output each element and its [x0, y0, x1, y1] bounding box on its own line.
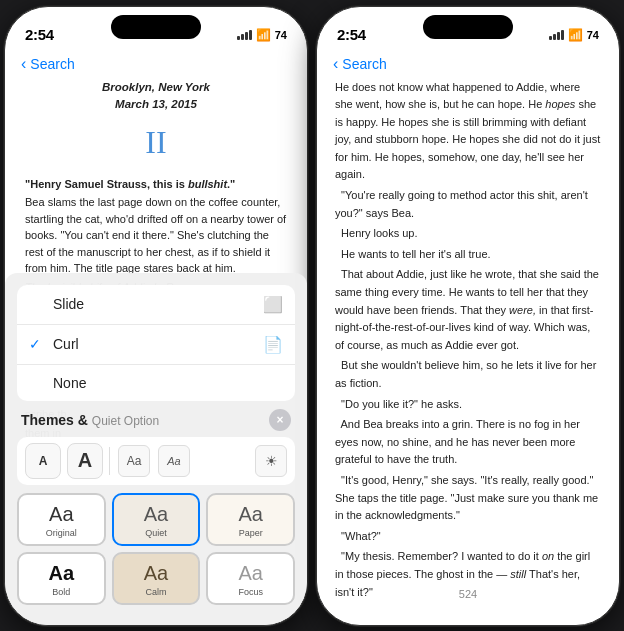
- back-label-right: Search: [342, 56, 386, 72]
- font-increase-button[interactable]: A: [67, 443, 103, 479]
- scroll-label-curl: Curl: [53, 336, 263, 352]
- close-button[interactable]: ×: [269, 409, 291, 431]
- scroll-icon-curl: 📄: [263, 335, 283, 354]
- font-name-button[interactable]: Aa: [118, 445, 150, 477]
- phone-left: 2:54 📶 74 ‹ Search Brooklyn, N: [4, 6, 308, 626]
- status-bar-right: 2:54 📶 74: [317, 7, 619, 51]
- phone-right: 2:54 📶 74 ‹ Search He does not know wha: [316, 6, 620, 626]
- theme-original[interactable]: Aa Original: [17, 493, 106, 546]
- theme-calm[interactable]: Aa Calm: [112, 552, 201, 605]
- back-button-right[interactable]: ‹ Search: [333, 55, 387, 73]
- chapter-number: II: [25, 118, 287, 168]
- theme-aa-original: Aa: [49, 503, 73, 526]
- bottom-panel: Slide ⬜ ✓ Curl 📄 None Themes & Quiet Opt…: [5, 273, 307, 625]
- theme-aa-calm: Aa: [144, 562, 168, 585]
- status-bar-left: 2:54 📶 74: [5, 7, 307, 51]
- font-controls-row: A A Aa Aa ☀: [17, 437, 295, 485]
- book-location: Brooklyn, New YorkMarch 13, 2015: [25, 79, 287, 115]
- wifi-icon-right: 📶: [568, 28, 583, 42]
- signal-icon: [237, 30, 252, 40]
- status-icons-right: 📶 74: [549, 28, 599, 42]
- theme-bold[interactable]: Aa Bold: [17, 552, 106, 605]
- font-style-icon: Aa: [167, 455, 180, 467]
- scroll-option-none[interactable]: None: [17, 365, 295, 401]
- scroll-label-none: None: [53, 375, 283, 391]
- time-left: 2:54: [25, 26, 54, 43]
- back-label-left: Search: [30, 56, 74, 72]
- scroll-option-slide[interactable]: Slide ⬜: [17, 285, 295, 325]
- theme-aa-paper: Aa: [238, 503, 262, 526]
- theme-paper[interactable]: Aa Paper: [206, 493, 295, 546]
- back-button-left[interactable]: ‹ Search: [21, 55, 75, 73]
- theme-name-paper: Paper: [239, 528, 263, 538]
- scroll-options-list: Slide ⬜ ✓ Curl 📄 None: [17, 285, 295, 401]
- themes-grid: Aa Original Aa Quiet Aa Paper Aa Bold Aa: [17, 493, 295, 605]
- theme-aa-quiet: Aa: [144, 503, 168, 526]
- nav-bar-right: ‹ Search: [317, 51, 619, 79]
- theme-focus[interactable]: Aa Focus: [206, 552, 295, 605]
- chevron-left-icon: ‹: [21, 55, 26, 73]
- check-none: [29, 375, 45, 391]
- theme-name-bold: Bold: [52, 587, 70, 597]
- font-style-button[interactable]: Aa: [158, 445, 190, 477]
- nav-bar-left: ‹ Search: [5, 51, 307, 79]
- theme-name-quiet: Quiet: [145, 528, 167, 538]
- chevron-left-icon-right: ‹: [333, 55, 338, 73]
- battery-icon: 74: [275, 29, 287, 41]
- check-curl: ✓: [29, 336, 45, 352]
- theme-name-original: Original: [46, 528, 77, 538]
- font-name-icon: Aa: [127, 454, 142, 468]
- page-number: 524: [317, 588, 619, 600]
- divider: [109, 447, 110, 475]
- battery-icon-right: 74: [587, 29, 599, 41]
- brightness-button[interactable]: ☀: [255, 445, 287, 477]
- font-decrease-button[interactable]: A: [25, 443, 61, 479]
- brightness-icon: ☀: [265, 453, 278, 469]
- themes-header: Themes & Quiet Option ×: [17, 409, 295, 437]
- time-right: 2:54: [337, 26, 366, 43]
- theme-aa-bold: Aa: [49, 562, 75, 585]
- theme-quiet[interactable]: Aa Quiet: [112, 493, 201, 546]
- theme-name-focus: Focus: [238, 587, 263, 597]
- scroll-label-slide: Slide: [53, 296, 263, 312]
- theme-aa-focus: Aa: [238, 562, 262, 585]
- check-slide: [29, 296, 45, 312]
- theme-name-calm: Calm: [145, 587, 166, 597]
- wifi-icon: 📶: [256, 28, 271, 42]
- scroll-option-curl[interactable]: ✓ Curl 📄: [17, 325, 295, 365]
- scroll-icon-slide: ⬜: [263, 295, 283, 314]
- status-icons-left: 📶 74: [237, 28, 287, 42]
- signal-icon-right: [549, 30, 564, 40]
- book-content-right: He does not know what happened to Addie,…: [317, 79, 619, 599]
- themes-title: Themes & Quiet Option: [21, 412, 159, 428]
